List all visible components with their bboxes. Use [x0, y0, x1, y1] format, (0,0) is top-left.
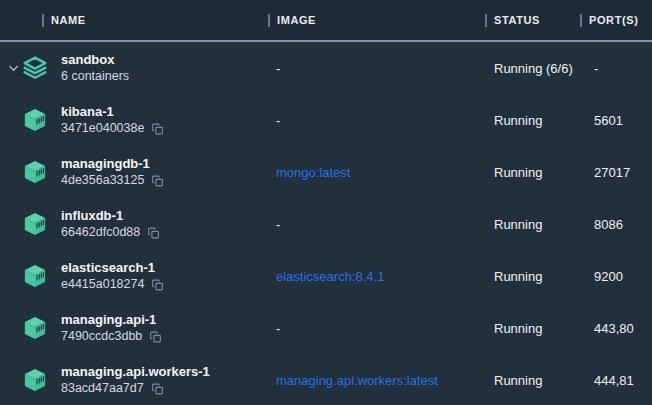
- column-header-name: NAME: [51, 14, 86, 26]
- container-name: influxdb-1: [61, 207, 160, 224]
- image-name: -: [276, 61, 280, 76]
- copy-icon[interactable]: [151, 382, 164, 396]
- status-text: Running: [485, 165, 580, 180]
- image-cell: elasticsearch:8.4.1: [268, 269, 485, 284]
- container-box-icon: [24, 368, 46, 392]
- name-cell: sandbox 6 containers: [0, 51, 268, 85]
- ports-text: 5601: [580, 113, 652, 128]
- name-cell: managingdb-1 4de356a33125: [0, 155, 268, 189]
- column-divider: [42, 14, 44, 27]
- column-divider: [268, 14, 270, 27]
- status-text: Running: [485, 321, 580, 336]
- ports-text: 443,80: [580, 321, 652, 336]
- column-header-ports: PORT(S): [589, 14, 638, 26]
- stack-icon: [22, 55, 48, 81]
- row-icon-wrap: [22, 368, 48, 392]
- container-box-icon: [24, 264, 46, 288]
- image-cell: -: [268, 61, 485, 76]
- column-header-image: IMAGE: [277, 14, 316, 26]
- row-icon-wrap: [22, 212, 48, 236]
- status-text: Running: [485, 217, 580, 232]
- status-text: Running (6/6): [485, 61, 580, 76]
- name-block: managingdb-1 4de356a33125: [61, 155, 164, 189]
- image-name[interactable]: managing.api.workers:latest: [276, 373, 438, 388]
- container-id: 83acd47aa7d7: [61, 380, 144, 397]
- chevron-down-icon[interactable]: [7, 62, 20, 75]
- image-cell: -: [268, 217, 485, 232]
- container-id: 7490ccdc3dbb: [61, 328, 142, 345]
- image-name: -: [276, 217, 280, 232]
- name-cell: managing.api.workers-1 83acd47aa7d7: [0, 363, 268, 397]
- column-header-status-cell[interactable]: STATUS: [485, 14, 580, 27]
- status-text: Running: [485, 113, 580, 128]
- copy-icon[interactable]: [151, 122, 164, 136]
- containers-table: NAME IMAGE STATUS PORT(S): [0, 0, 652, 405]
- column-header-status: STATUS: [494, 14, 540, 26]
- image-name: -: [276, 113, 280, 128]
- copy-icon[interactable]: [151, 174, 164, 188]
- table-row[interactable]: managing.api-1 7490ccdc3dbb - Running 44…: [0, 302, 652, 354]
- container-id: 4de356a33125: [61, 172, 144, 189]
- name-block: kibana-1 3471e040038e: [61, 103, 164, 137]
- table-row[interactable]: influxdb-1 66462dfc0d88 - Running 8086: [0, 198, 652, 250]
- container-id: 6 containers: [61, 68, 129, 85]
- status-text: Running: [485, 373, 580, 388]
- status-text: Running: [485, 269, 580, 284]
- table-row[interactable]: elasticsearch-1 e4415a018274 elasticsear…: [0, 250, 652, 302]
- container-box-icon: [24, 212, 46, 236]
- name-block: managing.api-1 7490ccdc3dbb: [61, 311, 162, 345]
- row-icon-wrap: [22, 264, 48, 288]
- row-icon-wrap: [22, 160, 48, 184]
- table-row[interactable]: kibana-1 3471e040038e - Running 5601: [0, 94, 652, 146]
- column-divider: [580, 14, 582, 27]
- column-divider: [485, 14, 487, 27]
- name-block: sandbox 6 containers: [61, 51, 129, 85]
- name-block: managing.api.workers-1 83acd47aa7d7: [61, 363, 210, 397]
- column-header-image-cell[interactable]: IMAGE: [268, 14, 485, 27]
- column-header-name-cell[interactable]: NAME: [0, 14, 268, 27]
- image-cell: -: [268, 113, 485, 128]
- container-name: managing.api-1: [61, 311, 162, 328]
- table-body: sandbox 6 containers - Running (6/6) -: [0, 42, 652, 405]
- ports-text: 27017: [580, 165, 652, 180]
- image-name[interactable]: elasticsearch:8.4.1: [276, 269, 384, 284]
- container-name: sandbox: [61, 51, 129, 68]
- name-block: elasticsearch-1 e4415a018274: [61, 259, 164, 293]
- copy-icon[interactable]: [147, 226, 160, 240]
- column-header-ports-cell[interactable]: PORT(S): [580, 14, 652, 27]
- container-name: kibana-1: [61, 103, 164, 120]
- container-box-icon: [24, 108, 46, 132]
- row-icon-wrap: [22, 55, 48, 81]
- table-row[interactable]: managingdb-1 4de356a33125 mongo:latest R…: [0, 146, 652, 198]
- image-name[interactable]: mongo:latest: [276, 165, 350, 180]
- copy-icon[interactable]: [149, 330, 162, 344]
- container-id: 66462dfc0d88: [61, 224, 140, 241]
- container-box-icon: [24, 316, 46, 340]
- name-cell: kibana-1 3471e040038e: [0, 103, 268, 137]
- copy-icon[interactable]: [151, 278, 164, 292]
- container-id: e4415a018274: [61, 276, 144, 293]
- ports-text: 9200: [580, 269, 652, 284]
- row-icon-wrap: [22, 108, 48, 132]
- row-icon-wrap: [22, 316, 48, 340]
- name-block: influxdb-1 66462dfc0d88: [61, 207, 160, 241]
- table-row[interactable]: managing.api.workers-1 83acd47aa7d7 mana…: [0, 354, 652, 405]
- container-name: managingdb-1: [61, 155, 164, 172]
- image-cell: mongo:latest: [268, 165, 485, 180]
- container-id: 3471e040038e: [61, 120, 144, 137]
- table-row[interactable]: sandbox 6 containers - Running (6/6) -: [0, 42, 652, 94]
- ports-text: 8086: [580, 217, 652, 232]
- container-name: elasticsearch-1: [61, 259, 164, 276]
- name-cell: managing.api-1 7490ccdc3dbb: [0, 311, 268, 345]
- container-box-icon: [24, 160, 46, 184]
- name-cell: elasticsearch-1 e4415a018274: [0, 259, 268, 293]
- image-cell: managing.api.workers:latest: [268, 373, 485, 388]
- name-cell: influxdb-1 66462dfc0d88: [0, 207, 268, 241]
- container-name: managing.api.workers-1: [61, 363, 210, 380]
- ports-text: 444,81: [580, 373, 652, 388]
- ports-text: -: [580, 61, 652, 76]
- table-header: NAME IMAGE STATUS PORT(S): [0, 0, 652, 42]
- image-name: -: [276, 321, 280, 336]
- image-cell: -: [268, 321, 485, 336]
